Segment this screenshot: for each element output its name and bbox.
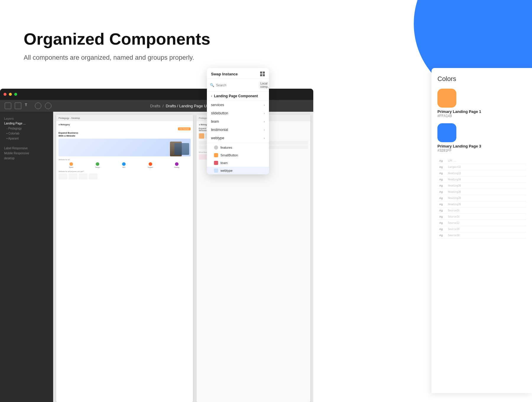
frame-label-1: Pedagogy - Desktop xyxy=(59,117,80,119)
toolbar-shape[interactable] xyxy=(35,103,41,109)
ag-row-11: Ag Source10 xyxy=(437,226,526,232)
ag-label-6: Ag xyxy=(439,197,446,200)
search-input[interactable] xyxy=(216,83,257,87)
toolbar-select[interactable] xyxy=(5,103,11,109)
sub-item-team[interactable]: team xyxy=(207,159,269,167)
mock-hero-title: Expand BusinessWith a Website xyxy=(59,132,191,138)
ag-label-8: Ag xyxy=(439,209,446,212)
menu-item-services[interactable]: services › xyxy=(207,101,269,109)
hero-section: Organized Components All components are … xyxy=(24,30,210,61)
feature-icon-1 xyxy=(69,162,73,166)
minimize-dot[interactable] xyxy=(9,93,12,96)
mock-card-1 xyxy=(59,174,67,179)
feature-item-4: Support xyxy=(138,162,163,168)
swatch-2-name: Primary Landing Page 3 xyxy=(437,144,526,148)
ag-label-10: Ag xyxy=(439,221,446,224)
ag-value-9: Source14 xyxy=(448,215,460,218)
maximize-dot[interactable] xyxy=(14,93,17,96)
feature-icon-4 xyxy=(149,162,152,166)
feature-text-5: Hosting xyxy=(164,166,189,168)
grid-icon[interactable] xyxy=(260,72,265,76)
sub-item-features[interactable]: features xyxy=(207,144,269,151)
feature-icon-2 xyxy=(96,162,99,166)
sub-label-features: features xyxy=(220,146,232,149)
ag-label-12: Ag xyxy=(439,234,446,237)
ag-label-9: Ag xyxy=(439,215,446,218)
colors-panel-title: Colors xyxy=(437,75,526,83)
mock-card-3 xyxy=(79,174,87,179)
menu-item-team[interactable]: team › xyxy=(207,117,269,126)
swatch-block-2: Primary Landing Page 3 #3281FF xyxy=(437,123,526,153)
sidebar-item-aparant[interactable]: • Aparant xyxy=(5,136,51,141)
editor-path-text: Drafts / Landing Page UI Kit xyxy=(166,104,213,108)
ag-label-3: Ag xyxy=(439,178,446,181)
feature-item-1: Speed xyxy=(59,162,84,168)
ag-label-2: Ag xyxy=(439,172,446,175)
sidebar-item-landing-page[interactable]: Landing Page ... xyxy=(2,121,51,126)
ag-value-5: Heading36 xyxy=(448,191,461,193)
sidebar-item-desktop[interactable]: desktop xyxy=(2,156,51,161)
ag-value-11: Source10 xyxy=(448,228,460,231)
swap-back-row[interactable]: ‹ Landing Page Component xyxy=(207,92,269,101)
frame-body-1: ● Motogory Get Started Expand BusinessWi… xyxy=(56,121,193,182)
ag-label-1: Ag xyxy=(439,166,446,168)
sub-item-smallbutton[interactable]: SmallButton xyxy=(207,151,269,159)
menu-item-services-label: services xyxy=(211,103,224,107)
swatch-orange xyxy=(437,89,456,108)
sidebar-item-label-responsive[interactable]: Label Responsive xyxy=(2,146,51,151)
swatch-blue xyxy=(437,123,456,142)
ag-value-1: Largest32 xyxy=(448,166,461,168)
sidebar-item-mobile-responsive[interactable]: Mobile Responsive xyxy=(2,151,51,156)
ag-row-6: Ag Heading28 xyxy=(437,195,526,201)
feature-item-3: SEO xyxy=(111,162,137,168)
grid-dot-2 xyxy=(263,72,265,74)
menu-item-slidebutton[interactable]: slidebutton › xyxy=(207,109,269,117)
feature-icon-5 xyxy=(175,162,179,166)
ag-row-5: Ag Heading36 xyxy=(437,189,526,195)
ag-rows-container: Ag LPF... Ag Largest32 Ag Heading33 Ag H… xyxy=(437,158,526,239)
ag-row-0: Ag LPF... xyxy=(437,158,526,164)
feature-item-2: Design xyxy=(85,162,110,168)
feature-icon-3 xyxy=(122,162,126,166)
mock-hero-image xyxy=(59,139,191,156)
ag-row-2: Ag Heading33 xyxy=(437,170,526,176)
close-dot[interactable] xyxy=(4,93,7,96)
ag-row-1: Ag Largest32 xyxy=(437,164,526,170)
mock-cta-btn: Get Started xyxy=(178,127,191,130)
toolbar-frame[interactable] xyxy=(15,103,21,109)
toolbar-pen[interactable] xyxy=(45,103,51,109)
ag-label-7: Ag xyxy=(439,203,446,206)
feature-item-5: Hosting xyxy=(164,162,189,168)
swatch-1-hex: #FFA149 xyxy=(437,114,526,118)
menu-item-team-label: team xyxy=(211,119,219,124)
toolbar-text[interactable]: T xyxy=(25,103,31,109)
menu-item-webtype[interactable]: webtype › xyxy=(207,134,269,142)
dropdown-local-comp[interactable]: Local comp... ▾ xyxy=(259,81,269,89)
swap-panel: Swap Instance 🔍 Local comp... ▾ ‹ Landin… xyxy=(207,68,269,174)
mock-card-4 xyxy=(89,174,98,179)
chevron-webtype: › xyxy=(264,137,265,140)
ag-value-12: Source10 xyxy=(448,234,460,237)
sub-item-webtype[interactable]: webtype xyxy=(207,167,269,174)
sub-label-webtype: webtype xyxy=(220,169,233,172)
feature-text-3: SEO xyxy=(111,166,137,168)
sub-icon-smallbutton xyxy=(214,153,218,157)
canvas-frame-1: Pedagogy - Desktop ● Motogory Get Starte… xyxy=(56,115,193,402)
mock-card-2 xyxy=(69,174,77,179)
mock-logo-1: ● Motogory xyxy=(59,124,191,126)
swatch-2-hex: #3281FF xyxy=(437,148,526,153)
mock-section-title: Website for all purpose you get? xyxy=(59,171,191,172)
sidebar-layers-label: Layers xyxy=(2,115,51,121)
mock-features-label: Website for all xyxy=(59,159,191,161)
sidebar-item-pedagogy[interactable]: - Pedagogy xyxy=(5,126,51,131)
ag-value-8: Source16 xyxy=(448,209,460,212)
menu-item-testimonial[interactable]: testimonial › xyxy=(207,126,269,134)
hero-subtitle: All components are organized, named and … xyxy=(24,54,210,61)
ag-value-2: Heading33 xyxy=(448,172,461,175)
sidebar-item-colorlab[interactable]: • Colorlab xyxy=(5,131,51,136)
mock-features-grid: Speed Design SEO xyxy=(59,162,191,168)
menu-item-slidebutton-label: slidebutton xyxy=(211,111,228,115)
sub-label-team: team xyxy=(220,161,228,165)
ag-row-8: Ag Source16 xyxy=(437,208,526,214)
ag-row-10: Ag Source12 xyxy=(437,220,526,226)
